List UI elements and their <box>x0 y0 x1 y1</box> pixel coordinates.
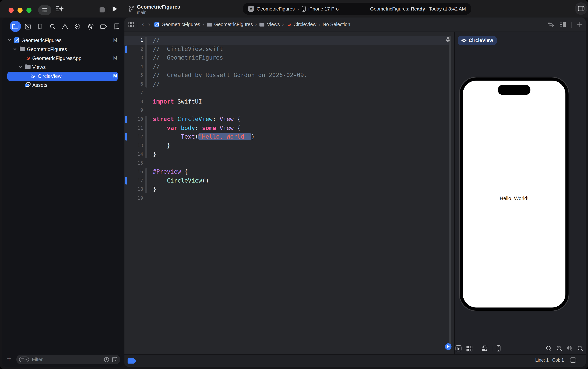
line-number: 5 <box>130 71 143 80</box>
sidebar-list-icon[interactable] <box>38 5 51 15</box>
code-line-3[interactable]: 3// GeometricFigures <box>124 53 454 62</box>
preview-tab[interactable]: CircleView <box>458 36 497 45</box>
breadcrumb-item[interactable]: GeometricFigures <box>154 22 200 27</box>
code-line-12[interactable]: 12 Text("Hello, World!") <box>124 132 454 141</box>
linked-text-highlight: "Hello, World!" <box>198 133 251 140</box>
source-control-tab[interactable] <box>24 23 31 30</box>
filter-field[interactable]: Filter <box>16 355 120 364</box>
breakpoints-tab[interactable] <box>99 23 107 30</box>
breadcrumb-item[interactable]: GeometricFigures <box>206 22 253 27</box>
change-marker <box>125 116 127 123</box>
line-number: 15 <box>130 159 143 167</box>
swift-file-icon <box>286 22 291 27</box>
line-number: 9 <box>130 106 143 115</box>
issues-tab[interactable] <box>61 23 69 30</box>
code-line-18[interactable]: 18} <box>124 185 454 194</box>
xcodeproj-icon <box>154 22 159 27</box>
add-editor-icon[interactable] <box>577 22 582 27</box>
scm-status-filter-icon[interactable] <box>112 357 118 362</box>
swift-file-icon <box>30 73 36 78</box>
scm-status-badge: M <box>113 37 117 43</box>
code-line-10[interactable]: 10struct CircleView: View { <box>124 115 454 123</box>
disclosure-chevron-icon[interactable] <box>8 39 11 41</box>
source-editor[interactable]: 1//2// CircleView.swift3// GeometricFigu… <box>124 32 454 355</box>
editor-layout-icon[interactable] <box>559 22 566 27</box>
assets-icon <box>25 82 31 87</box>
tree-row-geometricfiguresapp[interactable]: GeometricFiguresAppM <box>2 54 124 63</box>
pin-preview-icon[interactable] <box>445 37 451 43</box>
zoom-fit-icon[interactable] <box>567 346 573 351</box>
code-line-1[interactable]: 1// <box>124 36 454 45</box>
code-line-11[interactable]: 11 var body: some View { <box>124 123 454 132</box>
zoom-in-icon[interactable] <box>578 346 583 351</box>
editor-scrollbar[interactable] <box>449 36 451 350</box>
tree-row-geometricfigures[interactable]: GeometricFiguresM <box>2 36 124 45</box>
code-line-13[interactable]: 13 } <box>124 141 454 150</box>
filter-placeholder: Filter <box>32 357 101 362</box>
code-line-5[interactable]: 5// Created by Russell Gordon on 2026-02… <box>124 71 454 80</box>
iphone-preview-device: Hello, World! <box>459 77 569 311</box>
code-line-15[interactable]: 15 <box>124 159 454 167</box>
device-settings-icon[interactable] <box>481 345 488 351</box>
stop-button[interactable] <box>99 7 105 12</box>
variants-grid-icon[interactable] <box>466 346 472 351</box>
change-marker <box>125 133 127 141</box>
code-line-17[interactable]: 17 CircleView() <box>124 176 454 185</box>
display-icon[interactable] <box>570 357 576 363</box>
minimize-window-button[interactable] <box>18 8 22 13</box>
code-line-19[interactable]: 19 <box>124 194 454 203</box>
selectable-mode-icon[interactable] <box>455 345 462 351</box>
iphone-screen[interactable]: Hello, World! <box>463 81 565 308</box>
code-line-6[interactable]: 6// <box>124 80 454 89</box>
device-iphone-icon[interactable] <box>497 345 500 351</box>
disclosure-chevron-icon[interactable] <box>13 48 17 50</box>
code-line-14[interactable]: 14} <box>124 150 454 159</box>
code-line-2[interactable]: 2// CircleView.swift <box>124 45 454 53</box>
add-file-button[interactable]: + <box>7 355 11 363</box>
tree-row-geometricfigures[interactable]: GeometricFigures <box>2 45 124 54</box>
find-tab[interactable] <box>49 23 56 30</box>
ai-sparkle-icon[interactable] <box>56 5 64 13</box>
zoom-window-button[interactable] <box>26 8 31 13</box>
back-button[interactable]: ‹ <box>142 21 144 28</box>
editor-bottom-bar: Line: 1Col: 1 <box>124 354 586 367</box>
tree-row-assets[interactable]: Assets <box>2 81 124 90</box>
tree-row-label: GeometricFigures <box>27 46 67 52</box>
reports-tab[interactable] <box>113 23 121 30</box>
tree-row-circleview[interactable]: CircleViewM <box>2 72 124 81</box>
related-items-icon[interactable] <box>128 22 134 27</box>
forward-button[interactable]: › <box>148 21 150 28</box>
breadcrumb-item[interactable]: CircleView <box>286 22 316 27</box>
close-window-button[interactable] <box>9 8 13 13</box>
canvas-toolbar-divider <box>477 346 477 351</box>
zoom-100-icon[interactable] <box>557 346 562 351</box>
bookmarks-tab[interactable] <box>36 23 44 30</box>
scheme-device[interactable]: iPhone 17 Pro <box>308 6 339 11</box>
breakpoint-badge[interactable] <box>127 358 136 364</box>
filter-menu-icon[interactable] <box>19 357 29 362</box>
code-line-7[interactable]: 7 <box>124 89 454 97</box>
debug-tab[interactable] <box>87 23 95 30</box>
project-navigator-tab[interactable] <box>11 23 19 30</box>
breadcrumb-label: No Selection <box>323 22 350 27</box>
scheme-bar[interactable]: A GeometricFigures › iPhone 17 Pro Geome… <box>243 3 471 15</box>
line-number: 3 <box>130 53 143 62</box>
code-line-16[interactable]: 16#Preview { <box>124 168 454 176</box>
run-button[interactable] <box>112 6 118 12</box>
line-number: 8 <box>130 97 143 106</box>
tests-tab[interactable] <box>74 23 81 30</box>
breadcrumb-item[interactable]: No Selection <box>323 22 350 27</box>
scheme-chevron: › <box>297 6 299 11</box>
code-line-8[interactable]: 8import SwiftUI <box>124 97 454 106</box>
code-line-4[interactable]: 4// <box>124 62 454 71</box>
zoom-out-icon[interactable] <box>546 346 552 351</box>
breadcrumb-item[interactable]: Views <box>259 22 280 27</box>
recent-files-icon[interactable] <box>104 357 109 362</box>
code-line-9[interactable]: 9 <box>124 106 454 115</box>
swap-editors-icon[interactable] <box>548 22 554 27</box>
disclosure-chevron-icon[interactable] <box>19 65 22 68</box>
inspector-panel-icon[interactable] <box>575 2 587 15</box>
live-preview-play-button[interactable] <box>445 343 451 350</box>
tree-row-views[interactable]: Views <box>2 63 124 72</box>
scheme-project[interactable]: GeometricFigures <box>257 6 294 11</box>
